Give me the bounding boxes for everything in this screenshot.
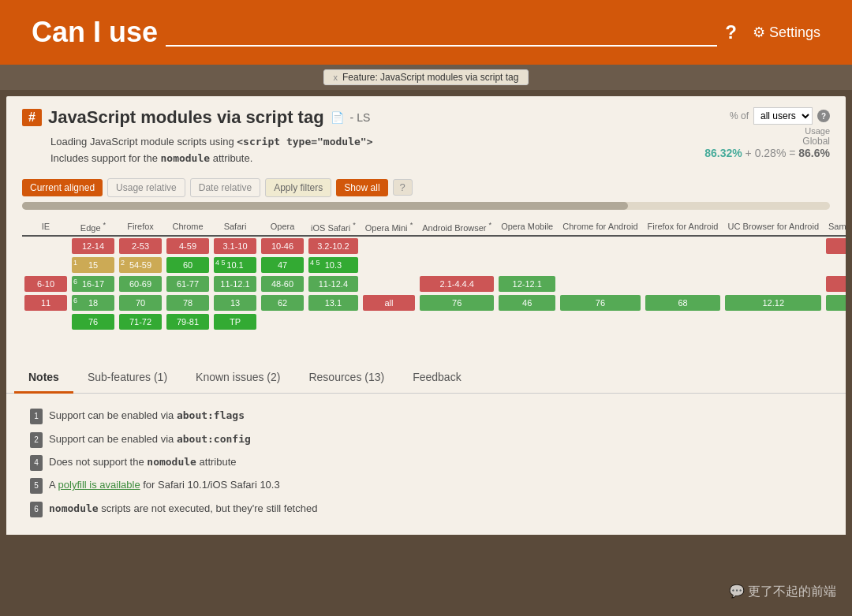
tab-feedback[interactable]: Feedback: [398, 363, 475, 394]
cell-edge-4[interactable]: 76: [69, 312, 117, 331]
cell-android-2[interactable]: 2.1-4.4.4: [417, 274, 496, 293]
cell-ie-4[interactable]: [22, 312, 69, 331]
cell-ucandroid-2[interactable]: [723, 274, 824, 293]
cell-android-4[interactable]: [417, 312, 496, 331]
feature-description: Loading JavaScript module scripts using …: [22, 134, 656, 167]
cell-ffandroid-0[interactable]: [643, 236, 723, 256]
cell-chromandroid-1[interactable]: [558, 256, 642, 274]
cell-samsung-3[interactable]: 10.1: [824, 293, 846, 312]
tab-knownissues[interactable]: Known issues (2): [181, 363, 294, 394]
cell-chrome-1[interactable]: 60: [164, 256, 211, 274]
cell-operamob-3[interactable]: 46: [496, 293, 558, 312]
cell-safari-0[interactable]: 3.1-10: [211, 236, 259, 256]
tab-subfeatures[interactable]: Sub-features (1): [73, 363, 181, 394]
cell-operamini-3[interactable]: all: [361, 293, 417, 312]
date-relative-button[interactable]: Date relative: [190, 178, 260, 197]
app-title: Can I use: [32, 16, 158, 49]
cell-samsung-0[interactable]: 4-7.4: [824, 236, 846, 256]
note-link[interactable]: polyfill is available: [58, 479, 140, 491]
cell-operamob-2[interactable]: 12-12.1: [496, 274, 558, 293]
cell-opera-0[interactable]: 10-46: [259, 236, 306, 256]
cell-ucandroid-3[interactable]: 12.12: [723, 293, 824, 312]
cell-chromandroid-0[interactable]: [558, 236, 642, 256]
current-aligned-button[interactable]: Current aligned: [22, 179, 103, 196]
cell-ie-2[interactable]: 6-10: [22, 274, 69, 293]
search-input[interactable]: [166, 18, 717, 47]
cell-ffandroid-4[interactable]: [643, 312, 723, 331]
toolbar-help-button[interactable]: ?: [393, 179, 413, 196]
cell-android-0[interactable]: [417, 236, 496, 256]
cell-operamini-2[interactable]: [361, 274, 417, 293]
note-row: 4Does not support the nomodule attribute: [30, 453, 822, 471]
settings-button[interactable]: ⚙ Settings: [753, 24, 820, 41]
cell-ios-3[interactable]: 13.1: [306, 293, 361, 312]
cell-ios-2[interactable]: 11-12.4: [306, 274, 361, 293]
horizontal-scrollbar[interactable]: [22, 202, 830, 210]
note-number: 5: [30, 478, 43, 494]
cell-opera-2[interactable]: 48-60: [259, 274, 306, 293]
feature-right: % of all users ? Usage Global 86.32% + 0…: [656, 107, 830, 159]
cell-firefox-1[interactable]: 254-59: [117, 256, 164, 274]
cell-firefox-2[interactable]: 60-69: [117, 274, 164, 293]
table-row: 6-10616-1760-6961-7711-12.148-6011-12.42…: [22, 274, 846, 293]
cell-chrome-0[interactable]: 4-59: [164, 236, 211, 256]
cell-ie-1[interactable]: [22, 256, 69, 274]
tab-notes[interactable]: Notes: [14, 363, 73, 394]
cell-operamini-0[interactable]: [361, 236, 417, 256]
scrollbar-thumb[interactable]: [22, 202, 628, 210]
tabs-bar: NotesSub-features (1)Known issues (2)Res…: [6, 363, 846, 394]
cell-ffandroid-2[interactable]: [643, 274, 723, 293]
cell-chrome-4[interactable]: 79-81: [164, 312, 211, 331]
cell-samsung-2[interactable]: 8.2-9.2: [824, 274, 846, 293]
usage-help-icon[interactable]: ?: [817, 110, 830, 122]
cell-safari-1[interactable]: 4 510.1: [211, 256, 259, 274]
cell-ffandroid-3[interactable]: 68: [643, 293, 723, 312]
cell-operamini-1[interactable]: [361, 256, 417, 274]
cell-edge-0[interactable]: 12-14: [69, 236, 117, 256]
cell-firefox-4[interactable]: 71-72: [117, 312, 164, 331]
cell-operamob-4[interactable]: [496, 312, 558, 331]
cell-chrome-2[interactable]: 61-77: [164, 274, 211, 293]
apply-filters-button[interactable]: Apply filters: [265, 178, 331, 197]
cell-android-1[interactable]: [417, 256, 496, 274]
cell-chromandroid-2[interactable]: [558, 274, 642, 293]
cell-safari-2[interactable]: 11-12.1: [211, 274, 259, 293]
cell-ffandroid-1[interactable]: [643, 256, 723, 274]
cell-opera-1[interactable]: 47: [259, 256, 306, 274]
cell-safari-3[interactable]: 13: [211, 293, 259, 312]
cell-samsung-1[interactable]: [824, 256, 846, 274]
cell-ios-1[interactable]: 4 510.3: [306, 256, 361, 274]
close-tab-icon[interactable]: x: [334, 73, 338, 82]
cell-chrome-3[interactable]: 78: [164, 293, 211, 312]
help-button[interactable]: ?: [725, 21, 737, 43]
cell-operamob-1[interactable]: [496, 256, 558, 274]
cell-opera-3[interactable]: 62: [259, 293, 306, 312]
cell-chromandroid-3[interactable]: 76: [558, 293, 642, 312]
cell-ios-4[interactable]: [306, 312, 361, 331]
cell-edge-3[interactable]: 618: [69, 293, 117, 312]
th-firefox: Firefox: [117, 218, 164, 237]
cell-ie-0[interactable]: [22, 236, 69, 256]
cell-edge-1[interactable]: 115: [69, 256, 117, 274]
cell-firefox-0[interactable]: 2-53: [117, 236, 164, 256]
cell-android-3[interactable]: 76: [417, 293, 496, 312]
cell-operamini-4[interactable]: [361, 312, 417, 331]
tab-resources[interactable]: Resources (13): [294, 363, 398, 394]
cell-chromandroid-4[interactable]: [558, 312, 642, 331]
cell-ucandroid-0[interactable]: [723, 236, 824, 256]
cell-safari-4[interactable]: TP: [211, 312, 259, 331]
users-select[interactable]: all users: [753, 107, 813, 125]
show-all-button[interactable]: Show all: [336, 179, 387, 196]
cell-ucandroid-1[interactable]: [723, 256, 824, 274]
cell-ie-3[interactable]: 11: [22, 293, 69, 312]
cell-edge-2[interactable]: 616-17: [69, 274, 117, 293]
cell-ios-0[interactable]: 3.2-10.2: [306, 236, 361, 256]
search-tab[interactable]: x Feature: JavaScript modules via script…: [323, 69, 529, 85]
cell-firefox-3[interactable]: 70: [117, 293, 164, 312]
usage-relative-button[interactable]: Usage relative: [107, 178, 185, 197]
hash-icon[interactable]: #: [22, 109, 42, 126]
cell-operamob-0[interactable]: [496, 236, 558, 256]
cell-samsung-4[interactable]: [824, 312, 846, 331]
cell-ucandroid-4[interactable]: [723, 312, 824, 331]
cell-opera-4[interactable]: [259, 312, 306, 331]
